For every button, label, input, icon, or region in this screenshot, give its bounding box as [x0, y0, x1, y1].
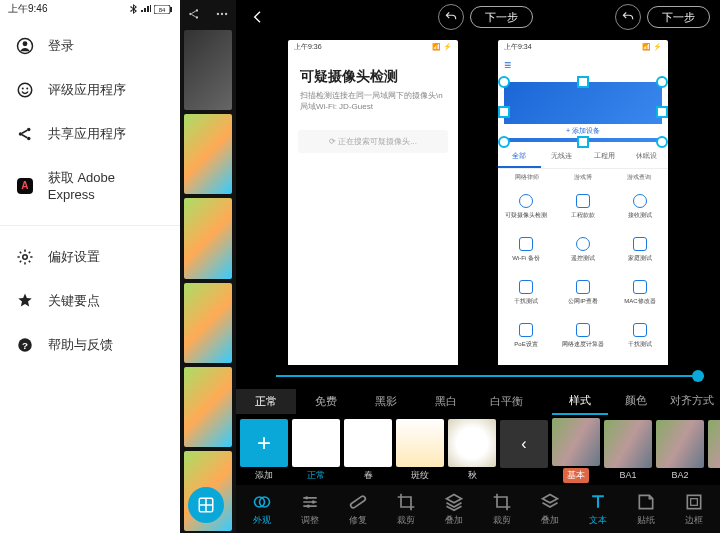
next-button-2[interactable]: 下一步: [647, 6, 710, 28]
star-icon: [16, 292, 34, 310]
swatch-arrow[interactable]: ‹: [500, 420, 548, 480]
style-tab[interactable]: 样式: [552, 388, 608, 415]
tool-overlay-2[interactable]: 叠加: [526, 492, 574, 527]
p2-menu-icon: ≡: [498, 54, 668, 76]
menu-login[interactable]: 登录: [0, 24, 180, 68]
menu-rate[interactable]: 评级应用程序: [0, 68, 180, 112]
next-button[interactable]: 下一步: [470, 6, 533, 28]
resize-handle-tl[interactable]: [498, 76, 510, 88]
svg-text:84: 84: [159, 7, 166, 13]
tool-overlay[interactable]: 叠加: [430, 492, 478, 527]
filter-tab[interactable]: 黑影: [356, 389, 416, 414]
menu-share[interactable]: 共享应用程序: [0, 112, 180, 156]
resize-handle-t[interactable]: [577, 76, 589, 88]
svg-rect-28: [691, 498, 698, 505]
svg-point-7: [26, 88, 28, 90]
svg-point-8: [19, 132, 22, 135]
tool-border[interactable]: 边框: [670, 492, 718, 527]
svg-point-4: [23, 41, 28, 46]
swatch[interactable]: 基本: [552, 418, 600, 483]
svg-point-23: [305, 496, 308, 499]
canvas-image-1[interactable]: 上午9:36📶 ⚡ 可疑摄像头检测 扫描检测连接在同一局域网下的摄像头\n局域W…: [288, 40, 458, 365]
swatch[interactable]: 正常: [292, 419, 340, 482]
gallery-top-icons: [180, 0, 236, 28]
svg-point-24: [312, 500, 315, 503]
filter-tab[interactable]: 免费: [296, 389, 356, 414]
filter-tab[interactable]: 白平衡: [476, 389, 536, 414]
opacity-slider[interactable]: [276, 375, 704, 377]
style-tab[interactable]: 对齐方式: [664, 388, 720, 415]
svg-point-15: [196, 9, 198, 11]
crop-icon: [492, 492, 512, 512]
style-tab[interactable]: 颜色: [608, 388, 664, 415]
menu-adobe-express[interactable]: 获取 Adobe Express: [0, 156, 180, 215]
layers-icon: [540, 492, 560, 512]
undo-icon-2[interactable]: [615, 4, 641, 30]
menu-preferences[interactable]: 偏好设置: [0, 225, 180, 279]
sliders-icon: [300, 492, 320, 512]
resize-handle-tr[interactable]: [656, 76, 668, 88]
editor-topbar: 下一步 下一步: [236, 0, 720, 34]
tool-stickers[interactable]: 贴纸: [622, 492, 670, 527]
svg-point-17: [217, 13, 219, 15]
layers-icon: [444, 492, 464, 512]
tool-crop[interactable]: 裁剪: [382, 492, 430, 527]
menu-help[interactable]: ? 帮助与反馈: [0, 323, 180, 367]
bandage-icon: [348, 492, 368, 512]
p2-grid: 可疑摄像头检测 工程款款 接收测试 Wi-Fi 备份 遥控测试 家庭测试 干扰测…: [498, 186, 668, 357]
filter-tab[interactable]: 黑白: [416, 389, 476, 414]
resize-handle-br[interactable]: [656, 136, 668, 148]
more-icon[interactable]: [215, 7, 229, 21]
left-drawer: 上午9:46 84 登录 评级应用程序: [0, 0, 180, 533]
gallery-thumb[interactable]: [184, 198, 232, 278]
p1-sub: 扫描检测连接在同一局域网下的摄像头\n局域Wi-Fi: JD-Guest: [288, 90, 458, 122]
opacity-slider-row: [236, 365, 720, 387]
swatch[interactable]: 斑纹: [396, 419, 444, 482]
undo-icon[interactable]: [438, 4, 464, 30]
text-icon: [588, 492, 608, 512]
tool-adjust[interactable]: 调整: [286, 492, 334, 527]
swatch[interactable]: BA3: [708, 420, 720, 480]
tool-looks[interactable]: 外观: [238, 492, 286, 527]
statusbar: 上午9:46 84: [0, 0, 180, 18]
swatch[interactable]: 春: [344, 419, 392, 482]
svg-point-5: [18, 83, 32, 97]
gallery-thumb[interactable]: [184, 114, 232, 194]
swatch-add[interactable]: +添加: [240, 419, 288, 482]
sticker-icon: [636, 492, 656, 512]
p2-tabs: 全部 无线连 工程用 休眠设: [498, 146, 668, 169]
text-style-tabs: 样式 颜色 对齐方式: [552, 388, 720, 415]
slider-thumb[interactable]: [692, 370, 704, 382]
svg-rect-1: [170, 7, 172, 12]
resize-handle-r[interactable]: [656, 106, 668, 118]
svg-point-18: [221, 13, 223, 15]
menu-keypoints[interactable]: 关键要点: [0, 279, 180, 323]
crop-icon: [396, 492, 416, 512]
gallery-thumb[interactable]: [184, 283, 232, 363]
canvas-image-2[interactable]: 上午9:34📶 ⚡ ≡ + 添加设备 全部 无线连 工程用 休眠设: [498, 40, 668, 365]
svg-point-19: [225, 13, 227, 15]
menu-rate-label: 评级应用程序: [48, 81, 126, 99]
account-icon: [16, 37, 34, 55]
gallery-thumb[interactable]: [184, 30, 232, 110]
svg-point-16: [196, 16, 198, 18]
p2-hero-selected[interactable]: + 添加设备: [504, 82, 662, 142]
swatch[interactable]: 秋: [448, 419, 496, 482]
resize-handle-b[interactable]: [577, 136, 589, 148]
swatch[interactable]: BA1: [604, 420, 652, 480]
back-icon[interactable]: [246, 5, 270, 29]
swatch[interactable]: BA2: [656, 420, 704, 480]
bluetooth-icon: [130, 4, 138, 14]
tool-crop-2[interactable]: 裁剪: [478, 492, 526, 527]
p2-status: 上午9:34📶 ⚡: [498, 40, 668, 54]
resize-handle-l[interactable]: [498, 106, 510, 118]
tool-heal[interactable]: 修复: [334, 492, 382, 527]
svg-point-11: [23, 255, 28, 260]
p1-title: 可疑摄像头检测: [288, 54, 458, 90]
filter-tab[interactable]: 正常: [236, 389, 296, 414]
collage-fab[interactable]: [188, 487, 224, 523]
tool-text[interactable]: 文本: [574, 492, 622, 527]
resize-handle-bl[interactable]: [498, 136, 510, 148]
gallery-thumb[interactable]: [184, 367, 232, 447]
share-small-icon[interactable]: [187, 7, 201, 21]
